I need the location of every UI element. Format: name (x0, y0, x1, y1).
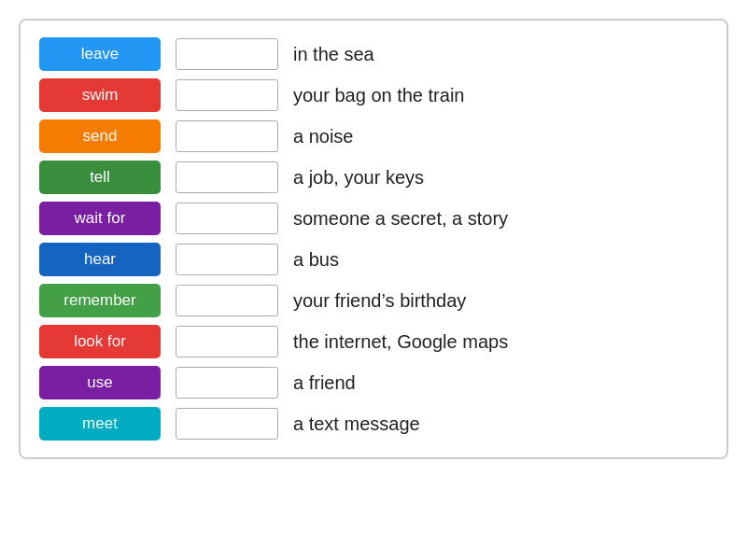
row-hear: heara bus (39, 243, 708, 276)
word-button-send[interactable]: send (39, 119, 161, 153)
row-tell: tella job, your keys (39, 161, 708, 194)
answer-input-swim[interactable] (176, 79, 278, 111)
phrase-text-remember: your friend’s birthday (293, 290, 466, 312)
phrase-text-send: a noise (293, 126, 354, 147)
answer-input-hear[interactable] (176, 244, 278, 275)
word-button-use[interactable]: use (39, 366, 161, 399)
phrase-text-meet: a text message (293, 413, 420, 435)
answer-input-use[interactable] (176, 367, 278, 399)
phrase-text-look-for: the internet, Google maps (293, 331, 508, 353)
word-button-meet[interactable]: meet (39, 407, 161, 441)
phrase-text-tell: a job, your keys (293, 167, 424, 189)
answer-input-remember[interactable] (176, 285, 278, 316)
answer-input-tell[interactable] (176, 161, 278, 193)
answer-input-meet[interactable] (176, 408, 278, 440)
row-leave: leavein the sea (39, 37, 708, 71)
answer-input-look-for[interactable] (176, 326, 278, 357)
phrase-text-wait-for: someone a secret, a story (293, 208, 508, 230)
row-look-for: look forthe internet, Google maps (39, 325, 708, 358)
main-container: leavein the seaswimyour bag on the train… (19, 19, 728, 459)
answer-input-leave[interactable] (176, 38, 278, 70)
word-button-wait-for[interactable]: wait for (39, 202, 161, 235)
row-remember: rememberyour friend’s birthday (39, 284, 708, 317)
row-use: usea friend (39, 366, 708, 399)
row-wait-for: wait forsomeone a secret, a story (39, 202, 708, 235)
phrase-text-leave: in the sea (293, 44, 374, 65)
word-button-tell[interactable]: tell (39, 161, 161, 194)
answer-input-send[interactable] (176, 120, 278, 152)
row-meet: meeta text message (39, 407, 708, 441)
phrase-text-swim: your bag on the train (293, 85, 464, 106)
answer-input-wait-for[interactable] (176, 203, 278, 234)
phrase-text-use: a friend (293, 372, 356, 394)
phrase-text-hear: a bus (293, 249, 339, 271)
word-button-hear[interactable]: hear (39, 243, 161, 276)
word-button-leave[interactable]: leave (39, 37, 161, 71)
row-swim: swimyour bag on the train (39, 78, 708, 112)
word-button-remember[interactable]: remember (39, 284, 161, 317)
word-button-look-for[interactable]: look for (39, 325, 161, 358)
row-send: senda noise (39, 119, 708, 153)
word-button-swim[interactable]: swim (39, 78, 161, 112)
